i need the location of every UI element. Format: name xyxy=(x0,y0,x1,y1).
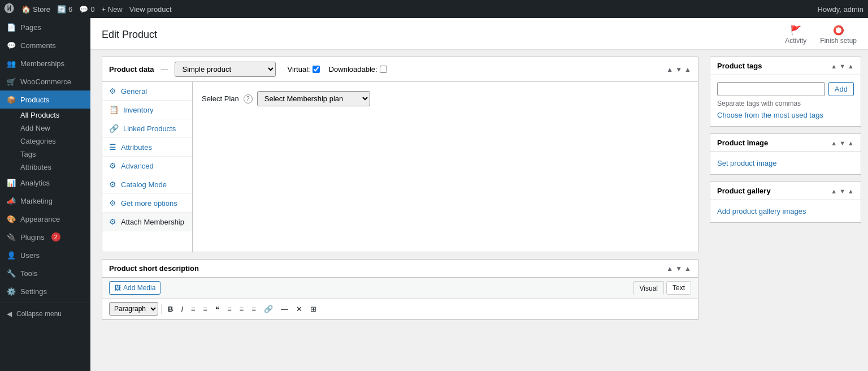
users-icon: 👤 xyxy=(7,251,16,260)
most-used-tags-link[interactable]: Choose from the most used tags xyxy=(717,111,823,119)
inventory-tab-icon: 📋 xyxy=(109,105,119,114)
catalog-mode-tab-icon: ⚙ xyxy=(109,180,116,189)
virtual-checkbox[interactable] xyxy=(313,66,320,73)
description-title: Product short description xyxy=(109,264,199,273)
desc-collapse-close-button[interactable]: ▲ xyxy=(684,265,691,273)
product-data-title: Product data xyxy=(109,65,154,74)
description-toolbar: 🖼 Add Media Visual Text xyxy=(102,278,698,299)
downloadable-option[interactable]: Downloadable: xyxy=(329,65,387,74)
comments-nav-icon: 💬 xyxy=(7,41,16,50)
comments-link[interactable]: 💬 0 xyxy=(79,5,94,14)
sidebar-label-marketing: Marketing xyxy=(20,197,53,205)
collapse-menu[interactable]: ◀ Collapse menu xyxy=(0,305,90,322)
tab-advanced[interactable]: ⚙ Advanced xyxy=(102,157,192,175)
appearance-icon: 🎨 xyxy=(7,214,16,223)
product-tags-box: Product tags ▲ ▼ ▲ Add Separate tags wit… xyxy=(710,57,861,127)
sidebar-item-users[interactable]: 👤 Users xyxy=(0,246,90,264)
text-button[interactable]: Text xyxy=(666,281,691,295)
view-product-link[interactable]: View product xyxy=(129,5,172,14)
sidebar-label-pages: Pages xyxy=(20,23,41,32)
sidebar-sub-add-new[interactable]: Add New xyxy=(0,122,90,135)
fullscreen-button[interactable]: ✕ xyxy=(293,303,306,316)
set-product-image-link[interactable]: Set product image xyxy=(717,159,777,167)
hr-button[interactable]: — xyxy=(277,303,292,316)
italic-button[interactable]: I xyxy=(177,303,186,316)
add-tag-button[interactable]: Add xyxy=(828,82,854,96)
gallery-collapse-up[interactable]: ▲ xyxy=(831,188,837,195)
page-header-actions: 🚩 Activity ⭕ Finish setup xyxy=(785,25,857,45)
ol-button[interactable]: ≡ xyxy=(200,303,211,316)
tab-linked-products[interactable]: 🔗 Linked Products xyxy=(102,119,192,138)
select-plan-dropdown[interactable]: Select Membership plan xyxy=(257,91,370,106)
sidebar-item-settings[interactable]: ⚙️ Settings xyxy=(0,282,90,300)
finish-setup-button[interactable]: ⭕ Finish setup xyxy=(820,25,857,45)
tab-get-more-options[interactable]: ⚙ Get more options xyxy=(102,194,192,213)
plugins-badge: 2 xyxy=(51,232,60,241)
image-collapse-down[interactable]: ▼ xyxy=(839,140,845,146)
sidebar-item-appearance[interactable]: 🎨 Appearance xyxy=(0,210,90,228)
plugins-icon: 🔌 xyxy=(7,232,16,241)
visual-button[interactable]: Visual xyxy=(633,281,664,295)
ul-button[interactable]: ≡ xyxy=(188,303,199,316)
virtual-option[interactable]: Virtual: xyxy=(287,65,319,74)
gallery-collapse-close[interactable]: ▲ xyxy=(848,188,854,195)
finish-setup-icon: ⭕ xyxy=(833,25,844,36)
add-media-button[interactable]: 🖼 Add Media xyxy=(109,281,160,295)
align-left-button[interactable]: ≡ xyxy=(224,303,235,316)
tags-collapse-down[interactable]: ▼ xyxy=(839,63,845,70)
sidebar-item-analytics[interactable]: 📊 Analytics xyxy=(0,174,90,192)
image-collapse-close[interactable]: ▲ xyxy=(848,140,854,146)
tab-general[interactable]: ⚙ General xyxy=(102,82,192,101)
pages-icon: 📄 xyxy=(7,23,16,32)
sidebar-item-woocommerce[interactable]: 🛒 WooCommerce xyxy=(0,72,90,90)
memberships-icon: 👥 xyxy=(7,59,16,68)
bold-button[interactable]: B xyxy=(164,303,176,316)
store-link[interactable]: 🏠 Store xyxy=(21,5,50,14)
sidebar-item-marketing[interactable]: 📣 Marketing xyxy=(0,192,90,210)
paragraph-select[interactable]: Paragraph xyxy=(109,302,158,316)
sidebar-item-comments[interactable]: 💬 Comments xyxy=(0,36,90,54)
image-collapse-up[interactable]: ▲ xyxy=(831,140,837,146)
collapse-down-button[interactable]: ▼ xyxy=(675,66,682,74)
sidebar-label-settings: Settings xyxy=(20,287,47,296)
tab-inventory[interactable]: 📋 Inventory xyxy=(102,101,192,119)
activity-icon: 🚩 xyxy=(790,25,801,36)
tab-attach-membership[interactable]: ⚙ Attach Membership xyxy=(102,213,192,231)
sidebar-item-products[interactable]: 📦 Products xyxy=(0,90,90,109)
gallery-collapse-down[interactable]: ▼ xyxy=(839,188,845,195)
downloadable-checkbox[interactable] xyxy=(380,66,387,73)
collapse-up-button[interactable]: ▲ xyxy=(666,66,673,74)
sidebar-sub-tags[interactable]: Tags xyxy=(0,148,90,161)
tab-catalog-mode[interactable]: ⚙ Catalog Mode xyxy=(102,175,192,194)
select-plan-help-icon[interactable]: ? xyxy=(244,94,253,103)
sidebar-sub-all-products[interactable]: All Products xyxy=(0,109,90,122)
tab-attributes[interactable]: ☰ Attributes xyxy=(102,138,192,157)
align-right-button[interactable]: ≡ xyxy=(248,303,259,316)
new-link[interactable]: + New xyxy=(102,5,123,14)
topbar: 🅦 🏠 Store 🔄 6 💬 0 + New View product How… xyxy=(0,0,868,18)
align-center-button[interactable]: ≡ xyxy=(236,303,248,316)
desc-collapse-down-button[interactable]: ▼ xyxy=(675,265,682,273)
sidebar-label-woocommerce: WooCommerce xyxy=(20,77,71,86)
activity-button[interactable]: 🚩 Activity xyxy=(785,25,806,45)
add-gallery-images-link[interactable]: Add product gallery images xyxy=(717,207,806,215)
sidebar-item-memberships[interactable]: 👥 Memberships xyxy=(0,54,90,72)
tags-input[interactable] xyxy=(717,82,825,96)
collapse-close-button[interactable]: ▲ xyxy=(684,66,691,74)
sidebar-sub-attributes[interactable]: Attributes xyxy=(0,161,90,174)
product-options: Virtual: Downloadable: xyxy=(287,65,387,74)
tags-collapse-close[interactable]: ▲ xyxy=(848,63,854,70)
link-button[interactable]: 🔗 xyxy=(261,303,276,316)
table-button[interactable]: ⊞ xyxy=(307,303,320,316)
tags-collapse-up[interactable]: ▲ xyxy=(831,63,837,70)
sidebar-item-tools[interactable]: 🔧 Tools xyxy=(0,264,90,282)
blockquote-button[interactable]: ❝ xyxy=(212,303,223,316)
desc-collapse-up-button[interactable]: ▲ xyxy=(666,265,673,273)
image-box-header: Product image ▲ ▼ ▲ xyxy=(710,134,861,152)
product-type-select[interactable]: Simple product Variable product Grouped … xyxy=(175,62,276,77)
add-media-icon: 🖼 xyxy=(114,284,121,292)
sidebar-item-plugins[interactable]: 🔌 Plugins 2 xyxy=(0,228,90,246)
updates-link[interactable]: 🔄 6 xyxy=(57,5,72,14)
sidebar-sub-categories[interactable]: Categories xyxy=(0,135,90,148)
sidebar-item-pages[interactable]: 📄 Pages xyxy=(0,18,90,36)
